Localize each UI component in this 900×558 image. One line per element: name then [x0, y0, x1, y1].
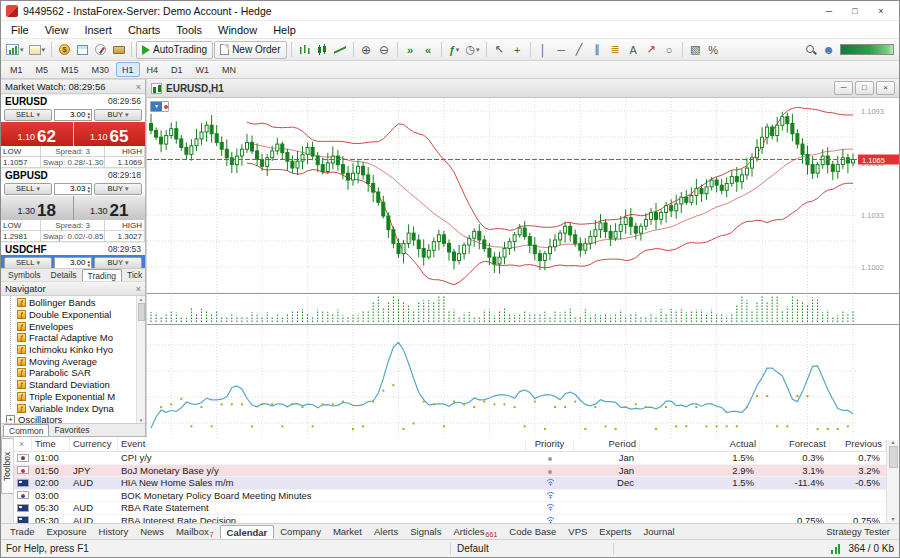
price-chart-svg[interactable]: 1.10931.10631.10331.10021.1065	[147, 98, 900, 438]
bar-chart-button[interactable]	[296, 41, 313, 59]
chart-titlebar[interactable]: EURUSD,H1 ─ □ ×	[147, 79, 899, 98]
volume-input[interactable]: 3.00▴▾	[54, 257, 92, 269]
tab-trade[interactable]: Trade	[4, 525, 40, 539]
scroll-up-icon[interactable]: ▴	[140, 296, 143, 302]
navigator-item-triple-exponential-m[interactable]: ƒTriple Exponential M	[1, 391, 145, 403]
zoom-in-button[interactable]: ⊕	[358, 41, 375, 59]
objects-list-button[interactable]: ▧	[687, 41, 704, 59]
scroll-down-icon[interactable]: ▾	[140, 417, 143, 423]
menu-charts[interactable]: Charts	[120, 24, 168, 36]
navigator-item-fractal-adaptive-mo[interactable]: ƒFractal Adaptive Mo	[1, 332, 145, 344]
tab-news[interactable]: News	[134, 525, 170, 539]
data-window-toggle-button[interactable]	[74, 41, 91, 59]
indicators-button[interactable]: ƒ▾	[446, 41, 463, 59]
scroll-down-icon[interactable]: ▾	[891, 515, 894, 522]
calendar-row[interactable]: 05:30AUDRBA Interest Rate Decision0.75%0…	[14, 515, 886, 524]
tab-experts[interactable]: Experts	[593, 525, 637, 539]
navigator-item-parabolic-sar[interactable]: ƒParabolic SAR	[1, 367, 145, 379]
scrollbar-thumb[interactable]	[138, 303, 145, 321]
navigator-item-envelopes[interactable]: ƒEnvelopes	[1, 320, 145, 332]
sell-button[interactable]: SELL▾	[4, 183, 52, 195]
buy-button[interactable]: BUY▾	[94, 183, 142, 195]
navigator-toggle-button[interactable]	[92, 41, 109, 59]
buy-button[interactable]: BUY▾	[94, 109, 142, 121]
community-button[interactable]: ☻	[820, 41, 837, 59]
scrollbar-thumb[interactable]	[889, 446, 898, 468]
menu-help[interactable]: Help	[265, 24, 304, 36]
toolbox-vertical-tab[interactable]: Toolbox	[1, 438, 13, 494]
menu-view[interactable]: View	[37, 24, 77, 36]
calendar-scrollbar[interactable]: ▴ ▾	[886, 437, 899, 523]
market-watch-tab-details[interactable]: Details	[46, 269, 82, 281]
volume-input[interactable]: 3.00▴▾	[54, 109, 92, 121]
navigator-item-standard-deviation[interactable]: ƒStandard Deviation	[1, 379, 145, 391]
calendar-row[interactable]: 05:30AUDRBA Rate Statement	[14, 502, 886, 515]
horizontal-line-button[interactable]: ─	[553, 41, 570, 59]
market-watch-tab-trading[interactable]: Trading	[82, 269, 123, 281]
buy-button[interactable]: BUY▾	[94, 257, 142, 269]
market-watch-toggle-button[interactable]: $	[56, 41, 73, 59]
navigator-item-ichimoku-kinko-hyo[interactable]: ƒIchimoku Kinko Hyo	[1, 344, 145, 356]
text-button[interactable]: A	[625, 41, 642, 59]
tab-code-base[interactable]: Code Base	[503, 525, 562, 539]
timeframe-h1[interactable]: H1	[116, 62, 140, 77]
sell-quote[interactable]: 1.3018	[1, 196, 74, 220]
auto-scroll-button[interactable]: »	[402, 41, 419, 59]
menu-tools[interactable]: Tools	[168, 24, 210, 36]
buy-quote[interactable]: 1.1065	[74, 122, 146, 146]
tab-mailbox[interactable]: Mailbox7	[170, 525, 220, 539]
calendar-row[interactable]: 01:00CPI y/yJan1.5%0.3%0.7%	[14, 452, 886, 465]
chart-canvas[interactable]: 1.10931.10631.10331.10021.1065 ▾	[147, 98, 899, 440]
sell-button[interactable]: SELL▾	[4, 109, 52, 121]
percent-scale-button[interactable]: %	[705, 41, 722, 59]
chart-restore-button[interactable]: □	[855, 81, 874, 95]
volume-spinner[interactable]: ▴▾	[87, 111, 90, 119]
chart-close-button[interactable]: ×	[876, 81, 895, 95]
timeframe-m30[interactable]: M30	[86, 62, 116, 77]
chart-minimize-button[interactable]: ─	[834, 81, 853, 95]
timeframe-d1[interactable]: D1	[165, 62, 189, 77]
titlebar[interactable]: 9449562 - InstaForex-Server: Demo Accoun…	[1, 1, 899, 21]
tab-articles[interactable]: Articles661	[447, 525, 503, 539]
tab-vps[interactable]: VPS	[562, 525, 593, 539]
timeframe-m1[interactable]: M1	[4, 62, 29, 77]
chart-profiles-button[interactable]: ▾	[27, 41, 48, 59]
navigator-tab-favorites[interactable]: Favorites	[49, 424, 94, 436]
volume-spinner[interactable]: ▴▾	[87, 259, 90, 267]
candlestick-chart-button[interactable]	[314, 41, 331, 59]
tab-signals[interactable]: Signals	[404, 525, 447, 539]
navigator-item-bollinger-bands[interactable]: ƒBollinger Bands	[1, 297, 145, 309]
quote-panel[interactable]: 1.10621.1065	[1, 122, 145, 146]
timeframe-m15[interactable]: M15	[55, 62, 85, 77]
autotrading-button[interactable]: AutoTrading	[136, 41, 213, 59]
tab-strategy-tester[interactable]: Strategy Tester	[820, 525, 896, 539]
menu-file[interactable]: File	[3, 24, 37, 36]
status-profile[interactable]: Default	[457, 543, 607, 554]
symbol-header[interactable]: GBPUSD08:29:18	[1, 168, 145, 181]
zoom-out-button[interactable]: ⊖	[376, 41, 393, 59]
column-header-currency[interactable]: Currency	[70, 437, 118, 451]
column-header-time[interactable]: Time	[32, 437, 70, 451]
symbol-header[interactable]: USDCHF08:29:53	[1, 242, 145, 255]
arrows-button[interactable]: ↗	[643, 41, 660, 59]
tab-exposure[interactable]: Exposure	[40, 525, 92, 539]
navigator-item-double-exponential[interactable]: ƒDouble Exponential	[1, 309, 145, 321]
toolbox-toggle-button[interactable]	[110, 41, 127, 59]
timeframe-mn[interactable]: MN	[216, 62, 242, 77]
new-chart-button[interactable]: ▾	[4, 41, 26, 59]
line-chart-button[interactable]	[332, 41, 349, 59]
navigator-scrollbar[interactable]: ▴ ▾	[136, 296, 145, 423]
channel-button[interactable]: ∥	[589, 41, 606, 59]
volume-spinner[interactable]: ▴▾	[87, 185, 90, 193]
close-icon[interactable]: ×	[136, 82, 141, 92]
menu-window[interactable]: Window	[210, 24, 265, 36]
one-click-trading-badge[interactable]: ▾	[150, 101, 169, 112]
tab-alerts[interactable]: Alerts	[368, 525, 404, 539]
maximize-button[interactable]: □	[842, 2, 868, 20]
vertical-line-button[interactable]: │	[535, 41, 552, 59]
search-button[interactable]	[802, 41, 819, 59]
quote-panel[interactable]: 1.30181.3021	[1, 196, 145, 220]
toolbox-close-icon[interactable]: ×	[17, 439, 24, 449]
timeframe-m5[interactable]: M5	[30, 62, 55, 77]
tab-history[interactable]: History	[93, 525, 135, 539]
